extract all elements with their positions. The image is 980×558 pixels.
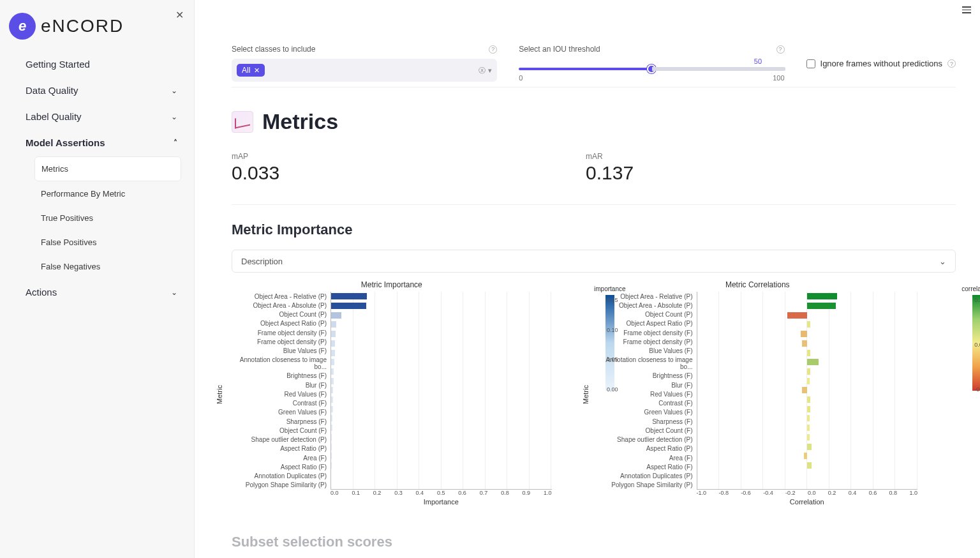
iou-label: Select an IOU threshold bbox=[519, 45, 600, 54]
multiselect-actions[interactable]: ⓧ ▾ bbox=[479, 66, 492, 75]
dropdown-caret-icon[interactable]: ▾ bbox=[488, 66, 492, 75]
kpi-label: mAP bbox=[232, 152, 279, 161]
help-icon[interactable]: ? bbox=[947, 59, 956, 68]
chart-plot-area: Metric bbox=[697, 292, 918, 490]
sub-nav-metrics[interactable]: Metrics bbox=[34, 156, 181, 181]
chevron-down-icon: ⌄ bbox=[939, 257, 946, 266]
chart-metric-correlations: Metric Correlations Object Area - Relati… bbox=[598, 280, 956, 506]
page-title: Metrics bbox=[262, 109, 338, 134]
metrics-header: Metrics bbox=[232, 109, 956, 134]
class-select-col: Select classes to include ? All ✕ ⓧ ▾ bbox=[232, 45, 497, 82]
sub-nav-false-negatives[interactable]: False Negatives bbox=[34, 255, 181, 278]
chevron-down-icon: ⌄ bbox=[171, 288, 177, 297]
charts-row: Metric Importance Object Area - Relative… bbox=[232, 280, 956, 506]
chart-x-axis-label: Importance bbox=[330, 498, 552, 506]
section-title-subset-scores: Subset selection scores bbox=[232, 534, 956, 550]
hamburger-menu-icon[interactable] bbox=[962, 6, 971, 13]
chip-remove-icon[interactable]: ✕ bbox=[254, 66, 260, 75]
clear-icon[interactable]: ⓧ bbox=[479, 66, 486, 75]
chart-y-tick-labels: Object Area - Relative (P)Object Area - … bbox=[598, 292, 697, 490]
divider bbox=[232, 204, 956, 205]
class-chip-all[interactable]: All ✕ bbox=[237, 64, 265, 77]
help-icon[interactable]: ? bbox=[489, 45, 497, 54]
slider-value: 50 bbox=[754, 57, 762, 65]
chevron-up-icon: ˄ bbox=[174, 139, 177, 147]
chart-y-axis-label: Metric bbox=[216, 385, 223, 404]
iou-slider-col: Select an IOU threshold ? 50 0 100 bbox=[519, 45, 784, 82]
close-sidebar-icon[interactable]: ✕ bbox=[175, 9, 184, 21]
kpi-row: mAP 0.033 mAR 0.137 bbox=[232, 152, 956, 184]
iou-slider[interactable]: 50 0 100 bbox=[519, 59, 784, 82]
nav-label: Model Assertions bbox=[26, 137, 105, 148]
colorbar-correlation: correlation 0.20.0-0.2 bbox=[961, 285, 980, 391]
sidebar-nav: Getting Started Data Quality ⌄ Label Qua… bbox=[0, 51, 194, 156]
expander-label: Description bbox=[241, 257, 283, 266]
nav-label: Data Quality bbox=[26, 85, 78, 96]
divider bbox=[232, 87, 956, 87]
logo-mark-icon: e bbox=[9, 13, 36, 40]
chevron-down-icon: ⌄ bbox=[171, 86, 177, 95]
ignore-frames-label: Ignore frames without predictions bbox=[820, 59, 942, 68]
kpi-value: 0.033 bbox=[232, 162, 279, 184]
colorbar-title: correlation bbox=[961, 285, 980, 292]
chart-y-axis-label: Metric bbox=[581, 385, 589, 404]
sub-nav-performance-by-metric[interactable]: Performance By Metric bbox=[34, 182, 181, 206]
nav-actions[interactable]: Actions ⌄ bbox=[22, 279, 181, 305]
kpi-mar: mAR 0.137 bbox=[586, 152, 634, 184]
kpi-label: mAR bbox=[586, 152, 634, 161]
brand-logo: e eNCORD bbox=[0, 8, 194, 51]
chart-trend-icon bbox=[232, 111, 253, 133]
chart-title: Metric Correlations bbox=[598, 280, 918, 289]
description-expander[interactable]: Description ⌄ bbox=[232, 250, 956, 273]
chart-metric-importance: Metric Importance Object Area - Relative… bbox=[232, 280, 590, 506]
chart-bars bbox=[697, 292, 918, 489]
sub-nav-model-assertions: Metrics Performance By Metric True Posit… bbox=[0, 156, 194, 278]
nav-label-quality[interactable]: Label Quality ⌄ bbox=[22, 103, 181, 130]
slider-max: 100 bbox=[773, 74, 784, 82]
main-content: Select classes to include ? All ✕ ⓧ ▾ bbox=[195, 0, 980, 558]
help-icon[interactable]: ? bbox=[776, 45, 785, 54]
nav-label: Actions bbox=[26, 287, 57, 298]
kpi-map: mAP 0.033 bbox=[232, 152, 279, 184]
slider-thumb[interactable] bbox=[647, 64, 656, 73]
chart-x-tick-labels: -1.0-0.8-0.6-0.4-0.20.00.20.40.60.81.0 bbox=[697, 490, 918, 496]
section-title-metric-importance: Metric Importance bbox=[232, 222, 956, 238]
nav-data-quality[interactable]: Data Quality ⌄ bbox=[22, 77, 181, 103]
controls-row: Select classes to include ? All ✕ ⓧ ▾ bbox=[232, 0, 956, 82]
brand-name: eNCORD bbox=[41, 16, 124, 36]
sub-nav-false-positives[interactable]: False Positives bbox=[34, 230, 181, 254]
ignore-frames-checkbox[interactable] bbox=[806, 59, 815, 68]
chart-bars bbox=[331, 292, 552, 489]
sub-nav-true-positives[interactable]: True Positives bbox=[34, 206, 181, 230]
nav-label: Getting Started bbox=[26, 59, 90, 70]
nav-model-assertions[interactable]: Model Assertions ˄ bbox=[22, 130, 181, 156]
chart-y-tick-labels: Object Area - Relative (P)Object Area - … bbox=[232, 292, 330, 490]
slider-min: 0 bbox=[519, 74, 523, 82]
chart-x-axis-label: Correlation bbox=[697, 498, 918, 506]
sidebar-nav-lower: Actions ⌄ bbox=[0, 279, 194, 305]
sidebar: ✕ e eNCORD Getting Started Data Quality … bbox=[0, 0, 195, 558]
nav-label: Label Quality bbox=[26, 111, 82, 122]
chip-label: All bbox=[242, 66, 250, 75]
chart-title: Metric Importance bbox=[232, 280, 552, 289]
class-multiselect[interactable]: All ✕ ⓧ ▾ bbox=[232, 59, 497, 82]
chevron-down-icon: ⌄ bbox=[171, 112, 177, 121]
classes-label: Select classes to include bbox=[232, 45, 315, 54]
ignore-frames-checkbox-col: Ignore frames without predictions ? bbox=[806, 45, 956, 68]
chart-x-tick-labels: 0.00.10.20.30.40.50.60.70.80.91.0 bbox=[330, 490, 552, 496]
chart-plot-area: Metric bbox=[330, 292, 552, 490]
nav-getting-started[interactable]: Getting Started bbox=[22, 51, 181, 77]
kpi-value: 0.137 bbox=[586, 162, 634, 184]
